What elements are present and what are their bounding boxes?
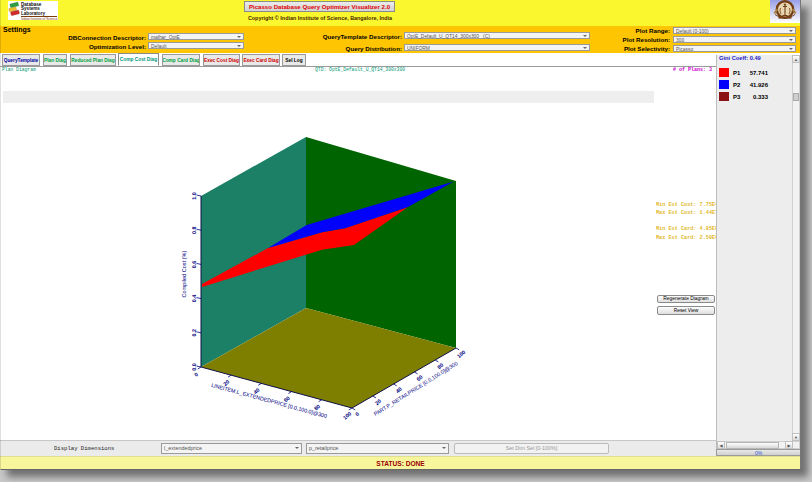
svg-text:0: 0 (355, 412, 361, 419)
svg-text:Compiled Cost (%): Compiled Cost (%) (181, 250, 188, 297)
svg-text:0.4: 0.4 (192, 295, 198, 303)
svg-text:20: 20 (374, 399, 382, 407)
svg-text:1.0: 1.0 (192, 192, 198, 200)
svg-text:0: 0 (194, 372, 200, 379)
svg-text:0.2: 0.2 (192, 329, 198, 337)
svg-text:0.0: 0.0 (192, 363, 198, 371)
svg-text:0.6: 0.6 (192, 261, 198, 269)
svg-text:100: 100 (456, 350, 467, 360)
svg-text:0.8: 0.8 (192, 226, 198, 234)
svg-text:100: 100 (342, 411, 353, 421)
